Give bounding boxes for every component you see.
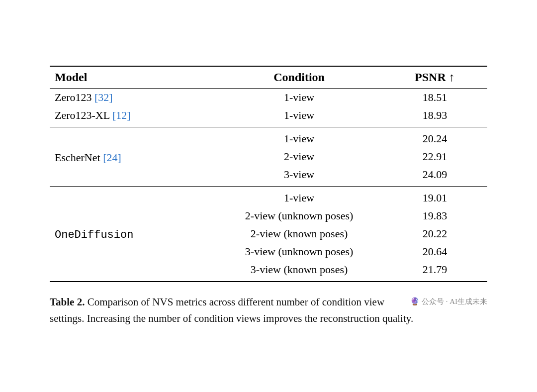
header-model: Model	[50, 66, 216, 89]
cell-condition: 3-view	[216, 166, 382, 187]
table-header-row: Model Condition PSNR ↑	[50, 66, 487, 89]
watermark-text: 🔮 公众号 · AI生成未来	[410, 296, 487, 307]
cell-condition: 1-view	[216, 88, 382, 106]
table-row: Zero123 [32] 1-view 18.51	[50, 88, 487, 106]
cell-condition: 3-view (unknown poses)	[216, 243, 382, 261]
main-container: Model Condition PSNR ↑ Zero123 [32] 1-vi…	[30, 51, 507, 341]
comparison-table: Model Condition PSNR ↑ Zero123 [32] 1-vi…	[50, 66, 487, 282]
cell-condition: 3-view (known poses)	[216, 261, 382, 282]
header-condition: Condition	[216, 66, 382, 89]
table-row: EscherNet [24] 1-view 20.24	[50, 127, 487, 148]
table-row: OneDiffusion 1-view 19.01	[50, 186, 487, 207]
cell-model: EscherNet [24]	[50, 127, 216, 186]
header-psnr: PSNR ↑	[382, 66, 487, 89]
citation-link[interactable]: [24]	[103, 151, 121, 164]
citation-link[interactable]: [32]	[94, 91, 113, 103]
cell-condition: 2-view (unknown poses)	[216, 207, 382, 225]
cell-condition: 2-view (known poses)	[216, 225, 382, 243]
cell-psnr: 20.64	[382, 243, 487, 261]
citation-link[interactable]: [12]	[112, 109, 131, 121]
cell-psnr: 24.09	[382, 166, 487, 187]
cell-psnr: 20.24	[382, 127, 487, 148]
caption-text: Comparison of NVS metrics across differe…	[50, 296, 413, 324]
table-row: Zero123-XL [12] 1-view 18.93	[50, 106, 487, 127]
cell-condition: 1-view	[216, 186, 382, 207]
cell-model: Zero123-XL [12]	[50, 106, 216, 127]
cell-psnr: 19.01	[382, 186, 487, 207]
table-caption: 🔮 公众号 · AI生成未来 Table 2. Comparison of NV…	[50, 294, 487, 326]
caption-label: Table 2.	[50, 296, 85, 308]
cell-condition: 1-view	[216, 106, 382, 127]
cell-psnr: 22.91	[382, 148, 487, 166]
cell-condition: 1-view	[216, 127, 382, 148]
cell-psnr: 20.22	[382, 225, 487, 243]
cell-psnr: 18.51	[382, 88, 487, 106]
cell-psnr: 19.83	[382, 207, 487, 225]
cell-model: OneDiffusion	[50, 186, 216, 282]
cell-psnr: 18.93	[382, 106, 487, 127]
cell-psnr: 21.79	[382, 261, 487, 282]
cell-model: Zero123 [32]	[50, 88, 216, 106]
cell-condition: 2-view	[216, 148, 382, 166]
